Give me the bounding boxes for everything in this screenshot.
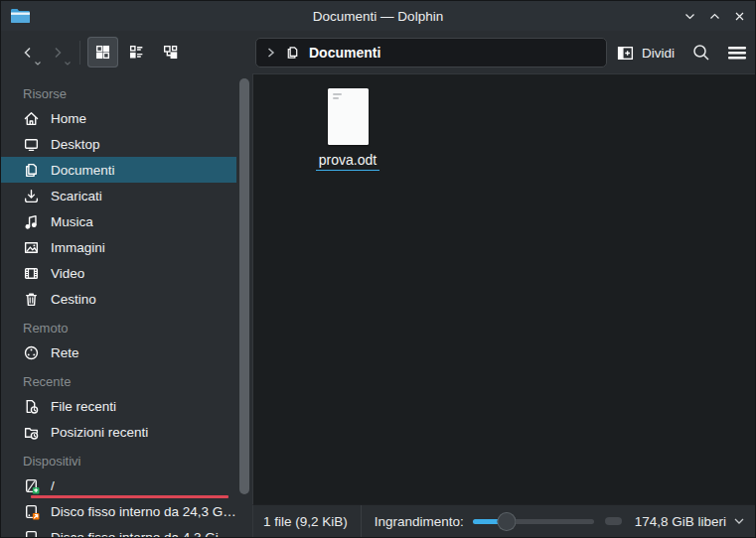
split-view-icon (616, 45, 635, 62)
sidebar-section-header: Risorse (1, 81, 236, 105)
sidebar-item-root[interactable]: / (1, 472, 236, 498)
drive-unmounted-icon (23, 529, 40, 538)
sidebar-section-header: Remoto (1, 316, 236, 339)
document-file-icon[interactable] (328, 88, 369, 145)
sidebar-item-label: Video (51, 266, 84, 281)
close-button[interactable] (731, 8, 747, 24)
minimize-button[interactable] (681, 8, 697, 24)
sidebar-item-label: Scaricati (51, 189, 102, 203)
sidebar-item-documenti[interactable]: Documenti (1, 157, 236, 183)
toolbar-separator (79, 41, 80, 65)
sidebar-item-label: / (51, 478, 55, 493)
chevron-down-icon (733, 517, 745, 525)
toolbar: Documenti Dividi (1, 31, 755, 73)
breadcrumb-location[interactable]: Documenti (309, 45, 380, 61)
sidebar-item-label: Disco fisso interno da 24,3 GiB... (51, 504, 236, 519)
maximize-button[interactable] (706, 8, 722, 24)
scrollbar-thumb[interactable] (239, 78, 249, 494)
drive-mounted-icon (23, 477, 40, 494)
content-area: RisorseHomeDesktopDocumentiScaricatiMusi… (1, 73, 755, 537)
sidebar-section-header: Dispositivi (1, 449, 236, 472)
details-view-button[interactable] (121, 37, 152, 67)
zoom-slider[interactable] (473, 511, 594, 531)
sidebar-item-disk-partial[interactable]: Disco fisso interno da 4,3 GiB... (1, 524, 236, 537)
statusbar: 1 file (9,2 KiB) Ingrandimento: 174,8 Gi… (252, 504, 755, 537)
search-icon (691, 43, 711, 63)
sidebar-item-disk-24[interactable]: Disco fisso interno da 24,3 GiB... (1, 498, 236, 524)
downloads-icon (23, 188, 40, 204)
nav-group (13, 37, 189, 67)
documents-icon (23, 162, 40, 179)
sidebar-section-header: Recente (1, 369, 236, 393)
zoom-in-pill[interactable] (605, 517, 622, 525)
music-icon (23, 213, 40, 230)
window-controls (681, 1, 747, 31)
zoom-label: Ingrandimento: (375, 514, 464, 529)
home-icon (23, 110, 40, 127)
forward-history-caret-icon (64, 61, 72, 67)
sidebar-item-video[interactable]: Video (1, 260, 236, 286)
breadcrumb-chevron-icon[interactable] (265, 46, 276, 60)
tree-view-button[interactable] (155, 37, 186, 67)
folder-app-icon (10, 7, 32, 25)
images-icon (23, 239, 40, 256)
icons-view-button[interactable] (87, 37, 118, 67)
icons-view-icon (94, 44, 111, 61)
split-button-label: Dividi (642, 46, 675, 61)
free-space-group[interactable]: 174,8 GiB liberi (635, 514, 745, 529)
titlebar: Documenti — Dolphin (1, 1, 755, 31)
sidebar-item-scaricati[interactable]: Scaricati (1, 183, 236, 208)
documents-icon (285, 45, 300, 61)
sidebar-item-posizioni-recenti[interactable]: Posizioni recenti (1, 419, 236, 445)
sidebar-item-label: Documenti (51, 163, 115, 178)
forward-button[interactable] (43, 38, 73, 67)
file-item[interactable]: prova.odt (300, 88, 395, 171)
sidebar-item-desktop[interactable]: Desktop (1, 131, 236, 157)
slider-handle[interactable] (497, 512, 516, 531)
split-button[interactable]: Dividi (616, 39, 675, 67)
sidebar-item-cestino[interactable]: Cestino (1, 286, 236, 312)
sidebar-item-musica[interactable]: Musica (1, 208, 236, 234)
sidebar-item-label: Posizioni recenti (51, 425, 148, 440)
free-space-text: 174,8 GiB liberi (635, 514, 726, 529)
details-view-icon (128, 44, 145, 61)
folder-view[interactable]: prova.odt (252, 73, 755, 504)
sidebar-item-label: Musica (51, 214, 93, 229)
sidebar-scrollbar[interactable] (237, 73, 252, 537)
sidebar: RisorseHomeDesktopDocumentiScaricatiMusi… (1, 73, 236, 537)
sidebar-item-label: Home (51, 111, 86, 126)
dolphin-window: Documenti — Dolphin (0, 0, 756, 538)
trash-icon (23, 291, 40, 308)
drive-unmounted-icon (23, 503, 40, 520)
sidebar-item-rete[interactable]: Rete (1, 339, 236, 365)
sidebar-item-file-recenti[interactable]: File recenti (1, 393, 236, 419)
sidebar-item-home[interactable]: Home (1, 105, 236, 131)
video-icon (23, 265, 40, 282)
recent-files-icon (23, 398, 40, 415)
file-name[interactable]: prova.odt (316, 152, 379, 171)
location-bar[interactable]: Documenti (255, 38, 607, 67)
sidebar-item-label: File recenti (51, 399, 116, 414)
sidebar-item-label: Rete (51, 345, 79, 360)
sidebar-item-label: Disco fisso interno da 4,3 GiB... (51, 530, 236, 538)
sidebar-item-label: Desktop (51, 137, 100, 152)
back-button[interactable] (13, 38, 43, 67)
menu-button[interactable] (724, 40, 750, 66)
network-icon (23, 344, 40, 361)
sidebar-item-immagini[interactable]: Immagini (1, 234, 236, 260)
desktop-icon (23, 136, 40, 153)
status-summary: 1 file (9,2 KiB) (263, 514, 348, 529)
back-history-caret-icon (34, 61, 42, 67)
search-button[interactable] (688, 40, 714, 66)
hamburger-icon (727, 45, 747, 61)
sidebar-item-label: Immagini (51, 240, 105, 255)
zoom-group: Ingrandimento: (361, 505, 622, 537)
window-title: Documenti — Dolphin (1, 9, 755, 24)
recent-locations-icon (23, 424, 40, 441)
sidebar-item-label: Cestino (51, 292, 96, 307)
tree-view-icon (162, 44, 179, 61)
